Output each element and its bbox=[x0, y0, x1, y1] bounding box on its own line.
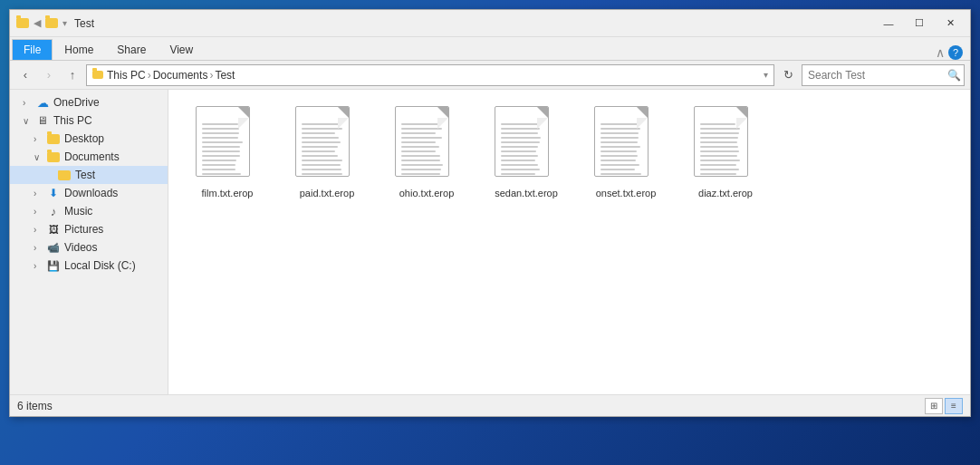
music-icon: ♪ bbox=[46, 205, 61, 218]
doc-shape bbox=[295, 106, 350, 177]
tab-share[interactable]: Share bbox=[105, 39, 158, 60]
downloads-arrow: › bbox=[34, 189, 46, 199]
sidebar-label-this-pc: This PC bbox=[53, 114, 92, 127]
address-dropdown-icon[interactable]: ▾ bbox=[764, 70, 768, 80]
videos-arrow: › bbox=[34, 243, 46, 253]
this-pc-arrow: ∨ bbox=[23, 116, 35, 126]
downloads-icon: ⬇ bbox=[46, 187, 61, 199]
view-toggle: ⊞ ≡ bbox=[925, 398, 963, 414]
sidebar-item-test[interactable]: Test bbox=[10, 166, 168, 184]
pc-icon: 🖥 bbox=[35, 114, 50, 127]
file-item[interactable]: diaz.txt.erop bbox=[676, 99, 775, 207]
ribbon-tabs: File Home Share View ∧ ? bbox=[10, 37, 970, 61]
file-item[interactable]: paid.txt.erop bbox=[277, 99, 377, 207]
pictures-arrow: › bbox=[34, 225, 46, 235]
file-icon bbox=[395, 106, 458, 183]
doc-lines bbox=[302, 123, 343, 177]
file-icon bbox=[295, 106, 359, 183]
main-area: › ☁ OneDrive ∨ 🖥 This PC › Desktop ∨ Doc… bbox=[10, 90, 970, 394]
forward-button[interactable]: › bbox=[39, 65, 59, 85]
doc-shape bbox=[196, 106, 250, 177]
breadcrumb-test[interactable]: Test bbox=[215, 69, 235, 82]
search-input[interactable] bbox=[808, 69, 944, 82]
sidebar-item-documents[interactable]: ∨ Documents bbox=[10, 148, 168, 166]
file-item[interactable]: sedan.txt.erop bbox=[476, 99, 576, 207]
title-bar: ◀ ▾ Test — ☐ ✕ bbox=[10, 10, 970, 37]
file-item[interactable]: ohio.txt.erop bbox=[377, 99, 476, 207]
breadcrumb: This PC › Documents › Test bbox=[107, 69, 235, 82]
cloud-icon: ☁ bbox=[35, 96, 50, 109]
window-title: Test bbox=[74, 17, 874, 30]
sidebar-item-pictures[interactable]: › 🖼 Pictures bbox=[10, 220, 168, 238]
sidebar-item-desktop[interactable]: › Desktop bbox=[10, 130, 168, 148]
sidebar-item-this-pc[interactable]: ∨ 🖥 This PC bbox=[10, 111, 168, 130]
search-box[interactable]: 🔍 bbox=[802, 64, 965, 86]
explorer-window: ◀ ▾ Test — ☐ ✕ File Home Share View ∧ ? … bbox=[9, 9, 971, 417]
documents-folder-icon bbox=[46, 150, 61, 163]
file-name: diaz.txt.erop bbox=[698, 187, 753, 199]
arrow-down-icon: ▾ bbox=[62, 18, 67, 28]
tab-home[interactable]: Home bbox=[53, 39, 105, 60]
doc-lines bbox=[401, 123, 443, 177]
desktop-arrow: › bbox=[34, 134, 46, 144]
file-name: onset.txt.erop bbox=[596, 187, 657, 199]
quick-access-icon: ◀ bbox=[34, 17, 41, 29]
title-bar-icons: ◀ ▾ bbox=[15, 16, 67, 31]
refresh-button[interactable]: ↻ bbox=[778, 65, 798, 85]
sidebar-label-documents: Documents bbox=[64, 150, 120, 163]
file-name: film.txt.erop bbox=[202, 187, 254, 199]
file-item[interactable]: onset.txt.erop bbox=[576, 99, 676, 207]
sidebar: › ☁ OneDrive ∨ 🖥 This PC › Desktop ∨ Doc… bbox=[10, 90, 168, 394]
videos-icon: 📹 bbox=[46, 241, 61, 254]
minimize-button[interactable]: — bbox=[874, 15, 903, 33]
doc-lines bbox=[600, 123, 642, 177]
file-name: paid.txt.erop bbox=[300, 187, 355, 199]
breadcrumb-sep-1: › bbox=[148, 69, 151, 82]
sidebar-item-onedrive[interactable]: › ☁ OneDrive bbox=[10, 93, 168, 111]
maximize-button[interactable]: ☐ bbox=[905, 15, 934, 33]
folder-icon-2 bbox=[44, 16, 59, 31]
sidebar-item-downloads[interactable]: › ⬇ Downloads bbox=[10, 184, 168, 202]
address-bar-row: ‹ › ↑ This PC › Documents › Test ▾ ↻ 🔍 bbox=[10, 61, 970, 90]
file-name: ohio.txt.erop bbox=[399, 187, 455, 199]
item-count: 6 items bbox=[17, 400, 53, 412]
tab-view[interactable]: View bbox=[158, 39, 205, 60]
sidebar-label-videos: Videos bbox=[64, 241, 97, 254]
sidebar-label-pictures: Pictures bbox=[64, 223, 103, 236]
up-button[interactable]: ↑ bbox=[62, 65, 82, 85]
tab-file[interactable]: File bbox=[12, 39, 53, 60]
doc-shape bbox=[495, 106, 549, 177]
breadcrumb-documents[interactable]: Documents bbox=[153, 69, 208, 82]
doc-shape bbox=[395, 106, 449, 177]
window-controls: — ☐ ✕ bbox=[874, 15, 965, 33]
grid-view-button[interactable]: ⊞ bbox=[925, 398, 943, 414]
back-button[interactable]: ‹ bbox=[15, 65, 35, 85]
status-bar: 6 items ⊞ ≡ bbox=[10, 394, 970, 416]
sidebar-label-local-disk: Local Disk (C:) bbox=[64, 259, 136, 272]
file-icon bbox=[196, 106, 259, 183]
sidebar-label-test: Test bbox=[75, 169, 95, 181]
ribbon-collapse-icon[interactable]: ∧ bbox=[936, 45, 945, 60]
doc-shape bbox=[694, 106, 748, 177]
doc-lines bbox=[700, 123, 742, 177]
sidebar-label-desktop: Desktop bbox=[64, 132, 104, 145]
file-item[interactable]: film.txt.erop bbox=[178, 99, 277, 207]
music-arrow: › bbox=[34, 207, 46, 217]
sidebar-item-music[interactable]: › ♪ Music bbox=[10, 202, 168, 220]
breadcrumb-this-pc[interactable]: This PC bbox=[107, 69, 146, 82]
doc-lines bbox=[202, 123, 244, 177]
address-box[interactable]: This PC › Documents › Test ▾ bbox=[86, 64, 774, 86]
sidebar-label-downloads: Downloads bbox=[64, 187, 118, 199]
search-icon: 🔍 bbox=[947, 69, 961, 82]
breadcrumb-sep-2: › bbox=[209, 69, 213, 82]
window-icon bbox=[15, 16, 30, 31]
file-name: sedan.txt.erop bbox=[495, 187, 558, 199]
desktop-folder-icon bbox=[46, 132, 61, 145]
close-button[interactable]: ✕ bbox=[936, 15, 965, 33]
onedrive-arrow: › bbox=[23, 98, 35, 108]
local-disk-arrow: › bbox=[34, 261, 46, 271]
sidebar-item-local-disk[interactable]: › 💾 Local Disk (C:) bbox=[10, 257, 168, 275]
list-view-button[interactable]: ≡ bbox=[945, 398, 963, 414]
sidebar-item-videos[interactable]: › 📹 Videos bbox=[10, 238, 168, 257]
help-icon[interactable]: ? bbox=[948, 45, 963, 60]
